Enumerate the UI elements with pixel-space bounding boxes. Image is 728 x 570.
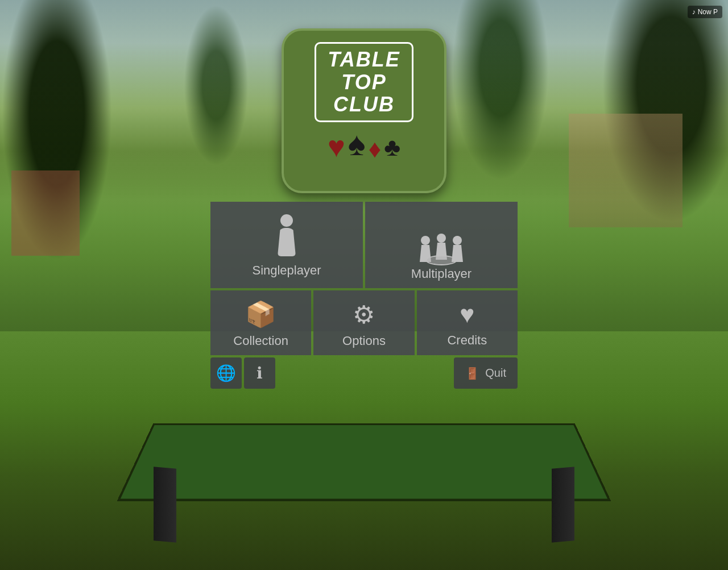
spade-suit: ♠	[348, 124, 366, 163]
table	[108, 382, 620, 542]
credits-label: Credits	[447, 333, 487, 348]
info-icon: ℹ	[257, 364, 263, 382]
secondary-buttons-grid: 📦 Collection ⚙ Options ♥ Credits	[210, 290, 518, 355]
main-menu: TABLE TOP CLUB ♥ ♠ ♦ ♣ Singleplayer	[210, 28, 518, 389]
building-left	[11, 170, 80, 256]
table-leg-right	[552, 467, 574, 542]
heart-icon: ♥	[460, 300, 474, 328]
box-icon: 📦	[245, 299, 276, 329]
quit-door-icon: 🚪	[465, 367, 479, 380]
multiplayer-button[interactable]: Multiplayer	[365, 202, 518, 288]
multiplayer-icon	[420, 211, 463, 262]
utility-left: 🌐 ℹ	[210, 357, 275, 389]
options-button[interactable]: ⚙ Options	[313, 290, 414, 355]
diamond-suit: ♦	[369, 135, 381, 163]
logo-text-container: TABLE TOP CLUB	[315, 42, 413, 122]
building-right	[569, 114, 682, 227]
credits-button[interactable]: ♥ Credits	[417, 290, 518, 355]
multiplayer-label: Multiplayer	[411, 267, 471, 281]
now-playing-indicator: ♪ Now P	[688, 6, 722, 18]
globe-icon: 🌐	[216, 364, 236, 382]
person-head	[280, 214, 293, 227]
logo-suits: ♥ ♠ ♦ ♣	[328, 130, 400, 164]
utility-row: 🌐 ℹ 🚪 Quit	[210, 357, 518, 389]
person-body	[278, 228, 296, 256]
music-note-icon: ♪	[692, 8, 696, 16]
main-buttons-grid: Singleplayer	[210, 202, 518, 288]
game-logo: TABLE TOP CLUB ♥ ♠ ♦ ♣	[282, 28, 446, 193]
quit-button[interactable]: 🚪 Quit	[454, 357, 518, 389]
table-leg-left	[154, 467, 176, 542]
globe-button[interactable]: 🌐	[210, 357, 242, 389]
quit-label: Quit	[485, 367, 506, 380]
mp-person-right	[452, 236, 463, 262]
gear-icon: ⚙	[353, 300, 375, 329]
now-playing-label: Now P	[698, 8, 718, 16]
logo-title: TABLE TOP CLUB	[328, 48, 400, 116]
table-top	[117, 423, 611, 501]
club-suit: ♣	[384, 133, 400, 161]
heart-suit: ♥	[328, 130, 345, 164]
person-icon	[278, 214, 296, 256]
collection-label: Collection	[233, 334, 288, 348]
collection-button[interactable]: 📦 Collection	[210, 290, 311, 355]
options-label: Options	[342, 334, 386, 348]
info-button[interactable]: ℹ	[244, 357, 275, 389]
singleplayer-label: Singleplayer	[252, 263, 321, 278]
singleplayer-button[interactable]: Singleplayer	[210, 202, 363, 288]
